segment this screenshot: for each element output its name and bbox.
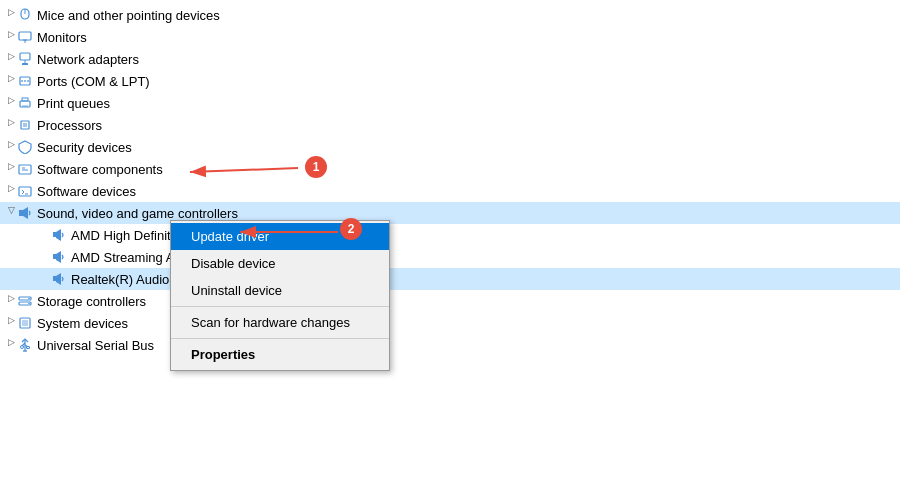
tree-item-amd-hd[interactable]: AMD High Definition Audio Device	[0, 224, 900, 246]
svg-rect-22	[19, 210, 23, 216]
svg-marker-27	[56, 251, 61, 263]
processors-icon	[18, 118, 32, 132]
properties-label: Properties	[191, 347, 255, 362]
scan-hardware-label: Scan for hardware changes	[191, 315, 350, 330]
svg-rect-2	[19, 32, 31, 40]
expand-icon-system: ▷	[8, 315, 18, 331]
softcomp-label: Software components	[37, 162, 163, 177]
expand-icon-amd-hd	[36, 227, 52, 243]
expand-icon-security: ▷	[8, 139, 18, 155]
svg-marker-23	[23, 207, 28, 219]
tree-item-network[interactable]: ▷ Network adapters	[0, 48, 900, 70]
sound-icon	[18, 206, 32, 220]
tree-item-mice[interactable]: ▷ Mice and other pointing devices	[0, 4, 900, 26]
processors-label: Processors	[37, 118, 102, 133]
tree-item-processors[interactable]: ▷ Processors	[0, 114, 900, 136]
expand-icon-sound: ▽	[8, 205, 18, 221]
expand-icon-ports: ▷	[8, 73, 18, 89]
monitors-icon	[18, 30, 32, 44]
svg-marker-29	[56, 273, 61, 285]
sound-label: Sound, video and game controllers	[37, 206, 238, 221]
mice-label: Mice and other pointing devices	[37, 8, 220, 23]
amd-stream-icon	[52, 250, 66, 264]
tree-item-usb[interactable]: ▷ Universal Serial Bus	[0, 334, 900, 356]
expand-icon-mice: ▷	[8, 7, 18, 23]
context-menu-separator-2	[171, 338, 389, 339]
svg-point-32	[28, 298, 30, 300]
svg-rect-16	[23, 123, 27, 127]
ports-label: Ports (COM & LPT)	[37, 74, 150, 89]
usb-icon	[18, 338, 32, 352]
expand-icon-realtek	[36, 271, 52, 287]
tree-item-softdev[interactable]: ▷ Software devices	[0, 180, 900, 202]
svg-rect-28	[53, 276, 56, 281]
svg-marker-25	[56, 229, 61, 241]
expand-icon-usb: ▷	[8, 337, 18, 353]
tree-item-ports[interactable]: ▷ Ports (COM & LPT)	[0, 70, 900, 92]
tree-item-storage[interactable]: ▷ Storage controllers	[0, 290, 900, 312]
print-label: Print queues	[37, 96, 110, 111]
storage-icon	[18, 294, 32, 308]
svg-rect-14	[22, 105, 28, 107]
svg-rect-26	[53, 254, 56, 259]
expand-icon-processors: ▷	[8, 117, 18, 133]
tree-item-amd-stream[interactable]: AMD Streaming Audio Device	[0, 246, 900, 268]
tree-item-realtek[interactable]: Realtek(R) Audio	[0, 268, 900, 290]
expand-icon-amd-stream	[36, 249, 52, 265]
network-icon	[18, 52, 32, 66]
tree-item-print[interactable]: ▷ Print queues	[0, 92, 900, 114]
softcomp-icon	[18, 162, 32, 176]
realtek-icon	[52, 272, 66, 286]
security-icon	[18, 140, 32, 154]
context-menu-properties[interactable]: Properties	[171, 341, 389, 368]
svg-rect-7	[22, 63, 28, 65]
softdev-icon	[18, 184, 32, 198]
svg-point-39	[21, 346, 24, 349]
annotation-2: 2	[340, 218, 362, 240]
svg-rect-42	[23, 350, 27, 352]
expand-icon-network: ▷	[8, 51, 18, 67]
expand-icon-softcomp: ▷	[8, 161, 18, 177]
tree-item-security[interactable]: ▷ Security devices	[0, 136, 900, 158]
tree-item-softcomp[interactable]: ▷ Software components	[0, 158, 900, 180]
storage-label: Storage controllers	[37, 294, 146, 309]
usb-label: Universal Serial Bus	[37, 338, 154, 353]
annotation-1: 1	[305, 156, 327, 178]
expand-icon-monitors: ▷	[8, 29, 18, 45]
svg-rect-13	[22, 98, 28, 101]
system-label: System devices	[37, 316, 128, 331]
print-icon	[18, 96, 32, 110]
tree-item-monitors[interactable]: ▷ Monitors	[0, 26, 900, 48]
security-label: Security devices	[37, 140, 132, 155]
tree-item-sound[interactable]: ▽ Sound, video and game controllers	[0, 202, 900, 224]
context-menu-scan-hardware[interactable]: Scan for hardware changes	[171, 309, 389, 336]
mice-icon	[18, 8, 32, 22]
network-label: Network adapters	[37, 52, 139, 67]
softdev-label: Software devices	[37, 184, 136, 199]
device-manager: ▷ Mice and other pointing devices ▷ Moni…	[0, 0, 900, 500]
expand-icon-storage: ▷	[8, 293, 18, 309]
tree-item-system[interactable]: ▷ System devices	[0, 312, 900, 334]
svg-rect-40	[27, 347, 30, 349]
realtek-label: Realtek(R) Audio	[71, 272, 169, 287]
svg-rect-5	[20, 53, 30, 60]
system-icon	[18, 316, 32, 330]
svg-rect-24	[53, 232, 56, 237]
context-menu-separator-1	[171, 306, 389, 307]
expand-icon-softdev: ▷	[8, 183, 18, 199]
amd-hd-icon	[52, 228, 66, 242]
expand-icon-print: ▷	[8, 95, 18, 111]
uninstall-device-label: Uninstall device	[191, 283, 282, 298]
svg-point-33	[28, 303, 30, 305]
context-menu-disable-device[interactable]: Disable device	[171, 250, 389, 277]
monitors-label: Monitors	[37, 30, 87, 45]
update-driver-label: Update driver	[191, 229, 269, 244]
context-menu: Update driver Disable device Uninstall d…	[170, 220, 390, 371]
disable-device-label: Disable device	[191, 256, 276, 271]
svg-rect-35	[22, 320, 28, 326]
svg-rect-20	[19, 187, 31, 196]
device-tree: ▷ Mice and other pointing devices ▷ Moni…	[0, 0, 900, 360]
context-menu-uninstall-device[interactable]: Uninstall device	[171, 277, 389, 304]
ports-icon	[18, 74, 32, 88]
